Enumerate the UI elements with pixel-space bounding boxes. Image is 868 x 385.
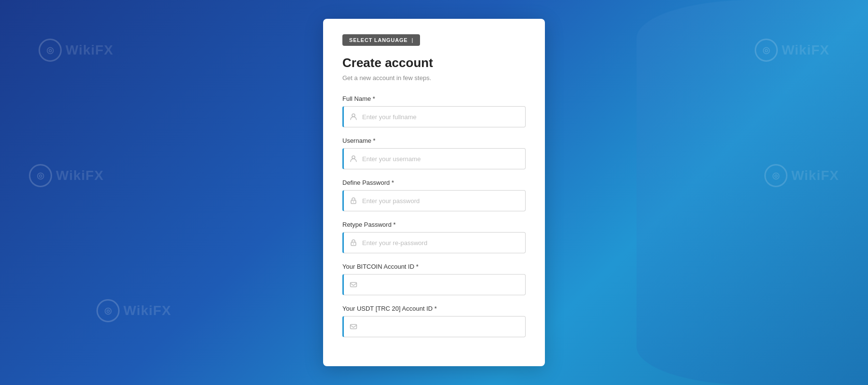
usdt-account-label: Your USDT [TRC 20] Account ID * — [342, 305, 526, 312]
full-name-label: Full Name * — [342, 95, 526, 102]
envelope-icon — [350, 323, 357, 330]
usdt-account-input-wrapper — [342, 316, 526, 337]
retype-password-group: Retype Password * — [342, 221, 526, 253]
logo-circle: ◎ — [96, 299, 120, 322]
define-password-label: Define Password * — [342, 179, 526, 186]
person-icon — [350, 113, 357, 121]
bitcoin-account-label: Your BITCOIN Account ID * — [342, 263, 526, 270]
username-input[interactable] — [362, 155, 519, 163]
watermark-middle-left: ◎ WikiFX — [29, 164, 104, 187]
watermark-top-right: ◎ WikiFX — [755, 39, 829, 62]
watermark-bottom-left: ◎ WikiFX — [96, 299, 171, 322]
define-password-input[interactable] — [362, 197, 519, 205]
svg-point-0 — [352, 114, 355, 117]
background: ◎ WikiFX ◎ WikiFX ◎ WikiFX ◎ WikiFX ◎ Wi… — [0, 0, 868, 385]
logo-circle: ◎ — [764, 164, 787, 187]
full-name-input[interactable] — [362, 113, 519, 121]
retype-password-input[interactable] — [362, 239, 519, 247]
select-language-button[interactable]: SELECT LANGUAGE — [342, 34, 420, 46]
lock-icon — [350, 239, 357, 247]
bitcoin-account-group: Your BITCOIN Account ID * — [342, 263, 526, 295]
logo-circle: ◎ — [39, 39, 62, 62]
logo-circle: ◎ — [29, 164, 52, 187]
bitcoin-account-input[interactable] — [362, 281, 519, 289]
username-input-wrapper — [342, 148, 526, 169]
envelope-icon — [350, 281, 357, 289]
usdt-account-group: Your USDT [TRC 20] Account ID * — [342, 305, 526, 337]
svg-point-5 — [353, 244, 354, 245]
username-label: Username * — [342, 137, 526, 144]
svg-point-3 — [353, 202, 354, 203]
person-icon — [350, 155, 357, 163]
svg-rect-7 — [351, 325, 357, 329]
lock-icon — [350, 197, 357, 205]
create-account-form: Full Name * Username * — [342, 95, 526, 337]
full-name-input-wrapper — [342, 106, 526, 127]
define-password-group: Define Password * — [342, 179, 526, 211]
retype-password-input-wrapper — [342, 232, 526, 253]
svg-rect-6 — [351, 283, 357, 287]
logo-circle: ◎ — [755, 39, 778, 62]
full-name-group: Full Name * — [342, 95, 526, 127]
svg-point-1 — [352, 156, 355, 159]
page-title: Create account — [342, 55, 526, 70]
retype-password-label: Retype Password * — [342, 221, 526, 228]
watermark-text: WikiFX — [123, 303, 171, 318]
watermark-text: WikiFX — [66, 42, 113, 58]
create-account-modal: SELECT LANGUAGE Create account Get a new… — [323, 19, 545, 366]
watermark-middle-right: ◎ WikiFX — [764, 164, 839, 187]
page-subtitle: Get a new account in few steps. — [342, 74, 526, 82]
watermark-text: WikiFX — [782, 42, 829, 58]
watermark-text: WikiFX — [56, 168, 104, 183]
watermark-top-left: ◎ WikiFX — [39, 39, 113, 62]
define-password-input-wrapper — [342, 190, 526, 211]
bitcoin-account-input-wrapper — [342, 274, 526, 295]
usdt-account-input[interactable] — [362, 323, 519, 330]
portrait-watermark — [637, 0, 868, 385]
watermark-text: WikiFX — [791, 168, 839, 183]
username-group: Username * — [342, 137, 526, 169]
